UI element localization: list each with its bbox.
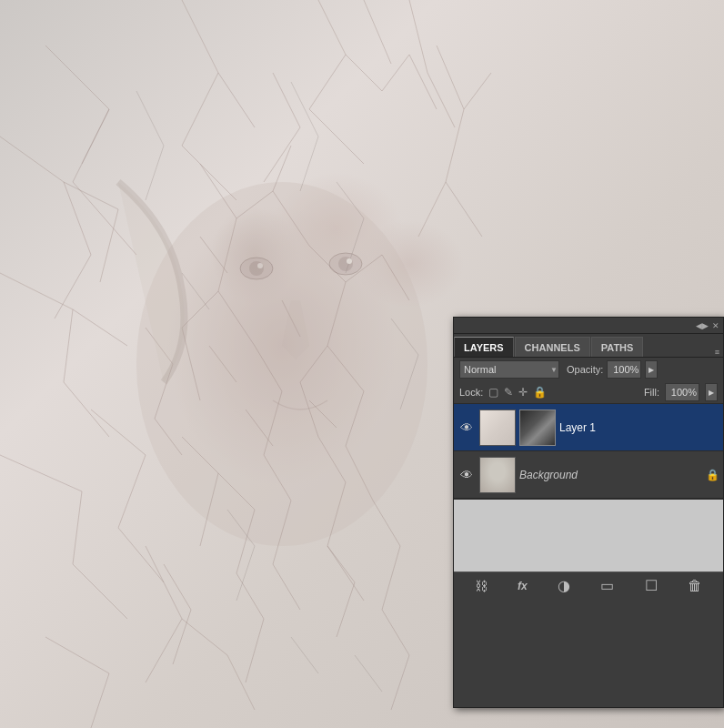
lock-icon-all[interactable]: 🔒 (533, 386, 547, 399)
background-visibility-toggle[interactable]: 👁 (458, 466, 476, 484)
layer1-visibility-toggle[interactable]: 👁 (458, 419, 476, 437)
blend-mode-wrapper: Normal Dissolve Multiply Screen Overlay … (459, 360, 559, 379)
panel-bottom-toolbar: ⛓ fx ◑ ▭ ☐ 🗑 (454, 571, 723, 599)
fill-input[interactable] (665, 383, 699, 401)
layer1-name: Layer 1 (559, 421, 719, 434)
blend-mode-select[interactable]: Normal Dissolve Multiply Screen Overlay … (459, 360, 559, 379)
layers-empty-area (454, 499, 723, 571)
blend-opacity-row: Normal Dissolve Multiply Screen Overlay … (454, 358, 723, 381)
titlebar-icons: ◀▶ ✕ (696, 321, 719, 330)
lock-label: Lock: (459, 387, 483, 398)
tab-channels[interactable]: CHANNELS (515, 337, 590, 357)
lock-fill-row: Lock: ▢ ✎ ✛ 🔒 Fill: ▶ (454, 381, 723, 404)
layers-panel: ◀▶ ✕ LAYERS CHANNELS PATHS ≡ Normal Diss… (453, 317, 724, 708)
layers-list: 👁 Layer 1 👁 Background 🔒 (454, 404, 723, 499)
panel-close-icon[interactable]: ✕ (712, 321, 719, 330)
svg-point-5 (257, 263, 263, 268)
panel-resize-icon[interactable]: ◀▶ (696, 321, 709, 330)
background-thumbnail (479, 457, 516, 493)
opacity-input[interactable] (607, 360, 641, 379)
layer-item-layer1[interactable]: 👁 Layer 1 (454, 404, 723, 451)
background-layer-name: Background (519, 469, 702, 481)
lock-icon-square[interactable]: ▢ (488, 386, 498, 399)
layer-item-background[interactable]: 👁 Background 🔒 (454, 451, 723, 499)
layer1-color-thumbnail (479, 410, 516, 446)
fill-arrow-button[interactable]: ▶ (705, 383, 718, 401)
layer1-mask-thumbnail (519, 410, 556, 446)
panel-menu-button[interactable]: ≡ (715, 348, 723, 357)
opacity-arrow-button[interactable]: ▶ (645, 360, 658, 379)
new-fill-adjustment-button[interactable]: ◑ (554, 575, 574, 596)
fill-label: Fill: (644, 387, 659, 398)
lock-icon-move[interactable]: ✛ (518, 386, 528, 399)
opacity-label: Opacity: (567, 364, 603, 375)
delete-layer-button[interactable]: 🗑 (684, 576, 706, 596)
new-group-button[interactable]: ▭ (597, 575, 618, 596)
panel-titlebar: ◀▶ ✕ (454, 318, 723, 334)
link-layers-button[interactable]: ⛓ (471, 577, 491, 595)
svg-point-0 (136, 182, 427, 546)
svg-point-3 (249, 261, 264, 276)
layer-fx-button[interactable]: fx (514, 578, 531, 594)
panel-tabs: LAYERS CHANNELS PATHS ≡ (454, 334, 723, 358)
svg-point-4 (338, 257, 353, 271)
tab-layers[interactable]: LAYERS (454, 337, 514, 357)
new-layer-button[interactable]: ☐ (641, 575, 661, 596)
svg-point-6 (347, 258, 352, 264)
tab-paths[interactable]: PATHS (591, 337, 644, 357)
lock-icon-brush[interactable]: ✎ (504, 386, 513, 399)
background-lock-icon: 🔒 (706, 469, 719, 481)
